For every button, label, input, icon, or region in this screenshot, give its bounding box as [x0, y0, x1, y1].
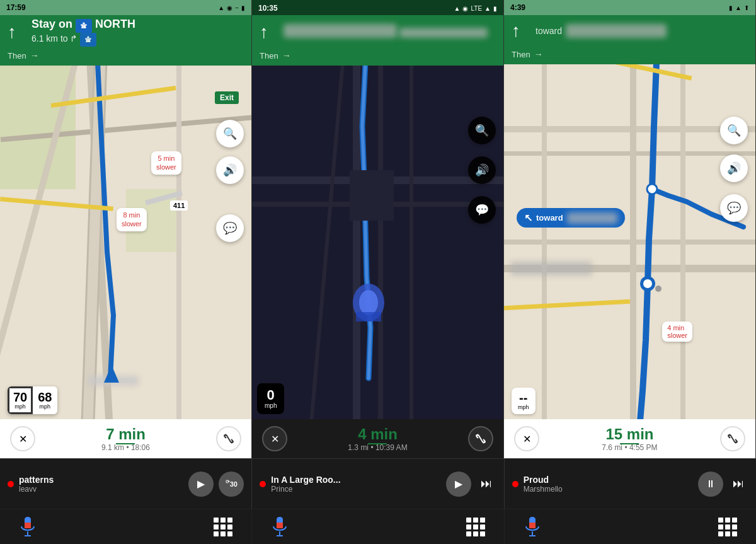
road-label-blurred-3: [510, 262, 592, 275]
nav-arrow-2: ↑: [260, 22, 278, 42]
apps-grid-2[interactable]: [466, 518, 485, 536]
status-time-3: 4:39: [510, 3, 525, 12]
current-speed-unit-1: mph: [40, 403, 51, 410]
nav-sub-instruction: 6.1 km to ↱ 🛣: [32, 33, 135, 47]
svg-rect-43: [277, 517, 283, 523]
exit-sign: Exit: [215, 91, 239, 104]
svg-rect-26: [504, 240, 755, 245]
toward-dest-blurred: [567, 212, 617, 224]
svg-rect-49: [529, 523, 536, 528]
route-options-button-2[interactable]: [468, 426, 493, 451]
status-icons-3: ▮ ▲ ⬆: [729, 4, 749, 11]
speed-unit-3: mph: [518, 404, 529, 410]
music-artist-2: Prince: [271, 485, 440, 494]
then-arrow-1: →: [30, 50, 39, 61]
then-label-2: Then: [260, 51, 278, 61]
nav-bottom-2: ✕ 4 min 1.3 mi • 10:39 AM: [252, 419, 503, 458]
eta-display-2: 4 min 1.3 mi • 10:39 AM: [348, 425, 407, 452]
search-button-1[interactable]: 🔍: [216, 120, 244, 148]
svg-rect-44: [277, 523, 283, 528]
play-button-2[interactable]: ▶: [446, 472, 471, 497]
mic-icon-2: [271, 516, 289, 538]
close-button-1[interactable]: ✕: [10, 426, 35, 451]
svg-point-33: [643, 279, 652, 288]
system-section-2: [252, 509, 504, 544]
mic-container-1[interactable]: [19, 516, 37, 538]
highway-shield: 🛣: [76, 19, 92, 33]
svg-rect-19: [350, 170, 394, 221]
next-button-3[interactable]: ⏭: [728, 474, 748, 494]
youtube-icon-1: [8, 481, 14, 487]
nav-instruction-1: Stay on 🛣 NORTH: [32, 18, 135, 33]
mic-container-2[interactable]: [271, 516, 289, 538]
system-bar: [0, 509, 756, 544]
chat-button-2[interactable]: 💬: [468, 196, 496, 224]
screen-2: 10:35 ▲ ◉ LTE ▲ ▮ ↑ Then →: [252, 0, 504, 458]
vehicle-position: [104, 365, 119, 383]
play-button-1[interactable]: ▶: [188, 472, 214, 497]
sound-button-1[interactable]: 🔊: [216, 156, 244, 184]
system-section-3: [505, 509, 756, 544]
minus-icon: −: [235, 4, 239, 11]
lte-icon: LTE: [471, 5, 482, 12]
status-icons-2: ▲ ◉ LTE ▲ ▮: [454, 5, 497, 12]
route-options-button-3[interactable]: [720, 426, 745, 451]
svg-rect-12: [252, 0, 503, 458]
music-section-2: In A Large Roo... Prince ▶ ⏭: [252, 459, 504, 509]
chat-button-1[interactable]: 💬: [216, 214, 244, 242]
apps-grid-3[interactable]: [718, 518, 737, 536]
music-artist-3: Marshmello: [524, 485, 693, 494]
svg-rect-24: [504, 126, 755, 132]
svg-rect-25: [504, 151, 755, 156]
toward-map-label: ↖ toward: [517, 208, 625, 228]
battery-icon-2: ▮: [493, 5, 497, 12]
svg-point-31: [647, 184, 657, 194]
music-bar: patterns leavv ▶ ⟳30 In A Large Roo... P…: [0, 458, 756, 509]
apps-grid-1[interactable]: [214, 518, 232, 536]
speed-unit-2: mph: [265, 402, 277, 409]
mic-container-3[interactable]: [524, 516, 541, 538]
nav-then-2: Then →: [260, 50, 496, 61]
status-time-1: 17:59: [6, 3, 26, 12]
next-button-2[interactable]: ⏭: [476, 474, 496, 494]
then-arrow-2: →: [282, 50, 291, 61]
battery-icon-3: ▮: [729, 4, 733, 11]
music-controls-2: ▶ ⏭: [446, 472, 496, 497]
forward30-button-1[interactable]: ⟳30: [219, 472, 244, 497]
chat-button-3[interactable]: 💬: [720, 194, 748, 222]
close-button-3[interactable]: ✕: [514, 426, 539, 451]
then-arrow-3: →: [534, 49, 543, 59]
road-name-blurred-3: [566, 24, 667, 38]
pause-button-3[interactable]: ⏸: [698, 472, 723, 497]
music-title-3: Proud: [524, 475, 693, 485]
status-bar-2: 10:35 ▲ ◉ LTE ▲ ▮: [252, 0, 503, 15]
route-options-icon-1: [222, 432, 235, 445]
then-label-3: Then: [512, 50, 530, 59]
road-name-blurred-2b: [399, 28, 488, 38]
location-icon-2: ◉: [462, 5, 468, 12]
music-artist-1: leavv: [19, 485, 183, 494]
system-section-1: [0, 509, 252, 544]
wifi-icon-2: ▲: [484, 5, 491, 12]
status-time-2: 10:35: [258, 4, 278, 13]
close-button-2[interactable]: ✕: [262, 426, 287, 451]
signal-icon-3: ▲: [735, 4, 742, 11]
speed-display-2: 0 mph: [257, 383, 284, 414]
eta-display-3: 15 min 7.6 mi • 4:55 PM: [602, 425, 657, 452]
music-info-1: patterns leavv: [19, 475, 183, 494]
mic-icon-1: [19, 516, 37, 538]
eta-time-3: 15 min: [605, 425, 653, 443]
route-options-button-1[interactable]: [216, 426, 241, 451]
search-button-2[interactable]: 🔍: [468, 117, 496, 144]
music-section-3: Proud Marshmello ⏸ ⏭: [505, 459, 756, 509]
svg-rect-1: [0, 63, 76, 189]
nav-arrow-3: ↑: [512, 21, 530, 41]
eta-details-3: 7.6 mi • 4:55 PM: [602, 443, 657, 452]
location-icon: ◉: [227, 4, 232, 11]
traffic-label-4min: 4 minslower: [662, 321, 692, 342]
svg-rect-48: [529, 517, 536, 523]
eta-details-1: 9.1 km • 18:06: [101, 443, 150, 452]
sound-button-3[interactable]: 🔊: [720, 154, 748, 182]
search-button-3[interactable]: 🔍: [720, 117, 748, 144]
sound-button-2[interactable]: 🔊: [468, 156, 496, 184]
